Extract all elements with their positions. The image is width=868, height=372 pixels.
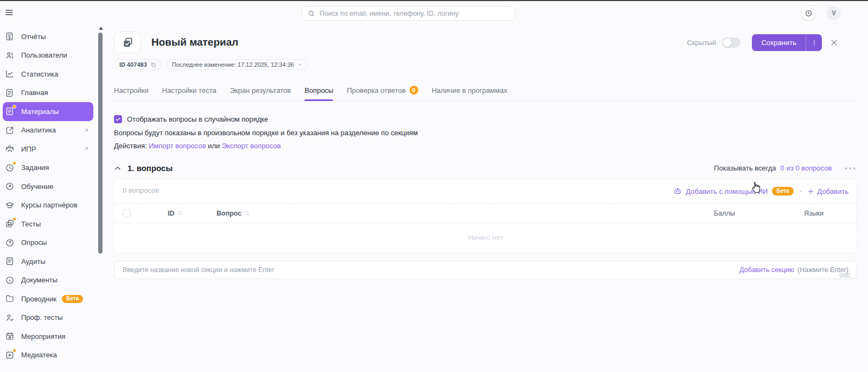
sidebar-item-statistics[interactable]: Статистика [3, 65, 93, 84]
section-more-icon[interactable]: ••• [845, 164, 857, 172]
documents-icon [5, 275, 15, 285]
char-counter: 0/80 [840, 273, 850, 279]
events-icon [5, 331, 15, 341]
import-questions-link[interactable]: Импорт вопросов [149, 142, 206, 150]
sidebar-item-explorer[interactable]: Проводник Бета [3, 289, 93, 308]
learning-icon [5, 181, 15, 191]
sidebar-item-label: Статистика [21, 70, 58, 78]
close-icon[interactable] [830, 39, 838, 47]
table-header-row: ID Вопрос Баллы Языки [114, 203, 857, 223]
sidebar-item-label: Обучение [21, 182, 53, 191]
tasks-icon [5, 163, 15, 173]
sidebar-item-label: Медиатека [21, 351, 57, 359]
empty-state: Ничего нет [114, 223, 857, 253]
id-search-icon[interactable] [177, 210, 183, 216]
copy-icon[interactable] [150, 62, 156, 68]
chevron-up-icon[interactable] [114, 165, 122, 172]
column-id: ID [168, 210, 175, 217]
sidebar-item-media[interactable]: Медиатека [3, 346, 93, 365]
sidebar-item-label: Мероприятия [21, 332, 66, 341]
global-search[interactable] [302, 6, 515, 21]
hidden-toggle-label: Скрытый [687, 39, 716, 47]
tab-label: Вопросы [304, 86, 333, 94]
surveys-icon [5, 238, 15, 248]
add-section-link[interactable]: Добавить секцию [739, 266, 794, 274]
tab-5[interactable]: Наличие в программах [432, 86, 507, 100]
sidebar-item-learning[interactable]: Обучение [3, 177, 93, 196]
select-all-checkbox[interactable] [123, 209, 131, 217]
beta-badge: Бета [62, 295, 83, 303]
sidebar-item-partner-courses[interactable]: Курсы партнёров [3, 196, 93, 215]
header-controls: Скрытый Сохранить [687, 34, 838, 51]
sidebar-item-audits[interactable]: Аудиты [3, 252, 93, 271]
save-split-button: Сохранить [752, 34, 822, 51]
hamburger-menu-icon[interactable] [4, 8, 14, 17]
external-link-icon [84, 128, 89, 133]
sidebar-item-tasks[interactable]: Задания [3, 159, 93, 178]
tests-icon [5, 219, 15, 229]
column-question: Вопрос [216, 210, 241, 217]
actions-label: Действия: [114, 142, 147, 150]
shuffle-checkbox[interactable] [114, 115, 122, 123]
show-always-label: Показывать всегда [714, 164, 776, 172]
tab-1[interactable]: Настройки теста [162, 86, 216, 100]
or-text: или [208, 142, 220, 150]
sidebar-item-ipr[interactable]: ИПР [3, 140, 93, 159]
sidebar-item-surveys[interactable]: Опросы [3, 234, 93, 253]
media-icon [5, 350, 15, 360]
sidebar-item-reports[interactable]: Отчёты [3, 27, 93, 46]
sidebar-item-label: Опросы [21, 238, 47, 247]
question-search-icon[interactable] [244, 210, 250, 216]
save-button[interactable]: Сохранить [752, 34, 806, 51]
export-questions-link[interactable]: Экспорт вопросов [222, 142, 281, 150]
shown-count-link[interactable]: 0 из 0 вопросов [781, 164, 832, 172]
tab-4[interactable]: Проверка ответов 0 [347, 86, 418, 100]
search-input[interactable] [320, 10, 509, 17]
sidebar-item-events[interactable]: Мероприятия [3, 327, 93, 346]
history-clock-icon [805, 9, 813, 17]
tab-bar: Настройки Настройки теста Экран результа… [114, 86, 857, 101]
sidebar-item-users[interactable]: Пользователи [3, 46, 93, 65]
sidebar-item-label: Документы [21, 276, 58, 284]
tab-3[interactable]: Вопросы [304, 86, 333, 100]
column-points: Баллы [714, 210, 804, 217]
sidebar-item-label: Главная [21, 89, 48, 97]
tab-2[interactable]: Экран результатов [230, 86, 291, 100]
topbar: V [0, 1, 868, 24]
shuffle-row: Отображать вопросы в случайном порядке [114, 115, 857, 123]
explorer-icon [5, 294, 15, 304]
save-more-button[interactable] [806, 34, 822, 51]
new-section-input[interactable] [123, 266, 739, 274]
sidebar-item-documents[interactable]: Документы [3, 271, 93, 290]
new-section-row: Добавить секцию (Нажмите Enter) 0/80 [114, 261, 857, 279]
scrollbar-up-arrow[interactable] [99, 27, 103, 30]
sidebar-scrollbar[interactable] [98, 33, 103, 254]
add-with-ai-button[interactable]: Добавить с помощью ИИ [673, 187, 768, 196]
sidebar-item-label: Материалы [21, 108, 59, 116]
add-question-button[interactable]: Добавить [807, 187, 848, 196]
section-header: 1. вопросы Показывать всегда 0 из 0 вопр… [114, 163, 857, 173]
sidebar-item-materials[interactable]: Материалы [3, 102, 93, 121]
sidebar-item-prof-tests[interactable]: Проф. тесты [3, 308, 93, 327]
shuffle-checkbox-label[interactable]: Отображать вопросы в случайном порядке [127, 115, 268, 123]
chevron-down-icon [297, 62, 303, 67]
actions-line: Действия: Импорт вопросов или Экспорт во… [114, 142, 857, 150]
tab-label: Проверка ответов [347, 86, 405, 94]
material-type-button[interactable] [114, 31, 141, 53]
test-material-icon [122, 36, 134, 49]
partner-courses-icon [5, 200, 15, 210]
material-id-chip[interactable]: ID 407483 [114, 59, 162, 70]
sidebar-item-label: Тесты [21, 220, 41, 228]
sidebar-item-home[interactable]: Главная [3, 84, 93, 103]
sidebar-item-label: ИПР [21, 145, 36, 153]
sidebar-item-analytics[interactable]: Аналитика [3, 121, 93, 140]
notification-dot [12, 217, 16, 221]
sidebar-item-tests[interactable]: Тесты [3, 215, 93, 234]
history-button[interactable] [801, 6, 815, 20]
tab-0[interactable]: Настройки [114, 86, 149, 100]
last-modified-chip[interactable]: Последнее изменение: 17.12.2025, 12:34:3… [167, 59, 308, 70]
robot-ai-icon [673, 187, 682, 196]
hidden-toggle[interactable] [722, 37, 741, 48]
user-avatar[interactable]: V [827, 6, 841, 20]
tab-label: Настройки теста [162, 86, 216, 94]
